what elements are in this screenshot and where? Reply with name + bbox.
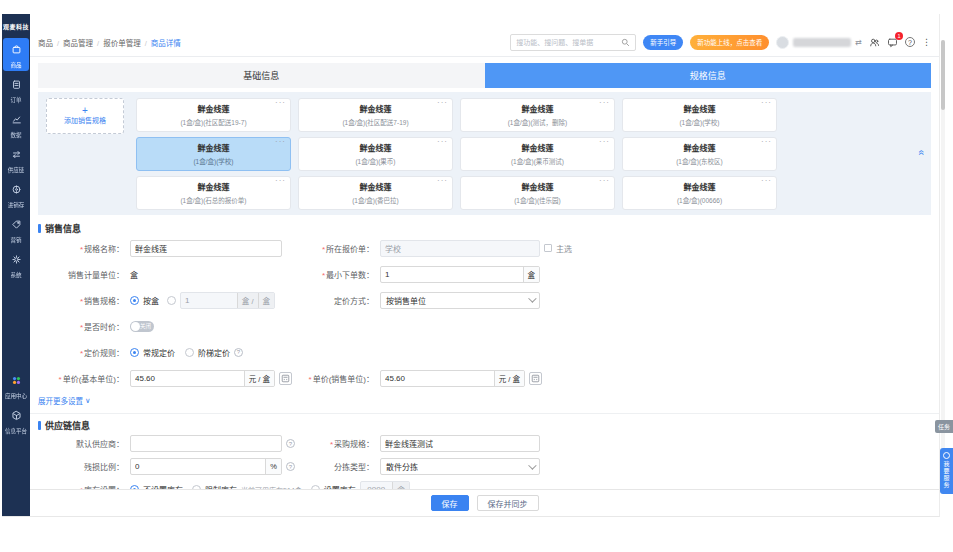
task-floating-tab[interactable]: 任务 bbox=[935, 420, 953, 433]
price-rule-radio-regular[interactable] bbox=[130, 348, 139, 357]
card-more-icon[interactable]: ··· bbox=[437, 138, 448, 146]
card-more-icon[interactable]: ··· bbox=[599, 138, 610, 146]
spec-card[interactable]: ···鲜金线莲(1盒/盒)(佳乐园) bbox=[460, 176, 615, 210]
spec-cards-panel: + 添加销售规格 ···鲜金线莲(1盒/盒)(社区配送19-7) ···鲜金线莲… bbox=[38, 92, 931, 215]
form-row: 规格名称： 所在报价单： 主选 bbox=[30, 235, 939, 261]
base-price-input[interactable] bbox=[131, 371, 244, 386]
loss-ratio-input[interactable] bbox=[131, 459, 265, 474]
topbar: 商品 商品管理 报价单管理 商品详情 新手引导 新功能上线，点击查看 ⇄ bbox=[30, 14, 939, 57]
loss-help-icon[interactable]: ? bbox=[286, 462, 295, 471]
collapse-panel-icon[interactable]: « bbox=[917, 150, 928, 156]
switch-account-icon[interactable]: ⇄ bbox=[855, 38, 862, 47]
card-more-icon[interactable]: ··· bbox=[275, 138, 286, 146]
card-more-icon[interactable]: ··· bbox=[275, 177, 286, 185]
sale-spec-radio-by-box[interactable] bbox=[130, 296, 139, 305]
spec-card[interactable]: ···鲜金线莲(1盒/盒)(香巴拉) bbox=[298, 176, 453, 210]
message-badge: 1 bbox=[895, 32, 903, 40]
user-account[interactable]: ⇄ bbox=[776, 36, 862, 49]
unit-label: 销售计量单位： bbox=[38, 269, 130, 280]
sidebar-item-orders[interactable]: 订单 bbox=[3, 73, 29, 106]
platform-icon bbox=[11, 407, 22, 425]
supplier-input[interactable] bbox=[131, 436, 281, 451]
form-row: 默认供应商： ? 采购规格： bbox=[30, 432, 939, 455]
expand-more-link[interactable]: 展开更多设置 ∨ bbox=[38, 393, 939, 407]
global-search bbox=[510, 34, 636, 51]
avatar[interactable] bbox=[776, 36, 789, 49]
chart-icon bbox=[11, 111, 22, 129]
search-input[interactable] bbox=[516, 39, 621, 46]
sidebar-item-system[interactable]: 系统 bbox=[3, 248, 29, 281]
spec-card[interactable]: ···鲜金线莲(1盒/盒)(社区配送7-19) bbox=[298, 98, 453, 132]
time-price-toggle[interactable]: 关闭 bbox=[130, 321, 154, 332]
sidebar-item-supply-chain[interactable]: 供应链 bbox=[3, 143, 29, 176]
loss-ratio-field: % bbox=[130, 458, 282, 475]
breadcrumb-goods[interactable]: 商品 bbox=[38, 37, 53, 48]
guide-button[interactable]: 新手引导 bbox=[643, 35, 683, 50]
sale-price-input[interactable] bbox=[381, 371, 494, 386]
spec-card[interactable]: ···鲜金线莲(1盒/盒)(东校区) bbox=[622, 137, 777, 171]
purchase-spec-input[interactable] bbox=[381, 436, 539, 451]
sidebar-item-goods[interactable]: 商品 bbox=[3, 38, 29, 71]
tab-spec-info[interactable]: 规格信息 bbox=[485, 63, 932, 88]
spec-card[interactable]: ···鲜金线莲(1盒/盒)(测试，删除) bbox=[460, 98, 615, 132]
breadcrumb-quote-mgmt[interactable]: 报价单管理 bbox=[93, 37, 141, 48]
card-more-icon[interactable]: ··· bbox=[599, 177, 610, 185]
detail-tabs: 基础信息 规格信息 bbox=[38, 63, 931, 88]
calculator-icon[interactable] bbox=[529, 372, 542, 385]
spec-card-selected[interactable]: ···鲜金线莲(1盒/盒)(学校) bbox=[136, 137, 291, 171]
user-name-redacted bbox=[793, 38, 851, 47]
main-select-checkbox[interactable] bbox=[544, 244, 552, 252]
card-more-icon[interactable]: ··· bbox=[761, 138, 772, 146]
footer-bar: 保存 保存并同步 bbox=[30, 489, 939, 516]
sidebar-item-app-center[interactable]: 应用中心 bbox=[3, 369, 29, 402]
save-sync-button[interactable]: 保存并同步 bbox=[477, 495, 539, 511]
form-row: 残损比例： % ? 分拣类型： 散件分拣 bbox=[30, 455, 939, 478]
save-button[interactable]: 保存 bbox=[431, 495, 469, 511]
spec-name-input[interactable] bbox=[131, 241, 281, 256]
min-order-input[interactable] bbox=[381, 267, 523, 282]
calculator-icon[interactable] bbox=[279, 372, 292, 385]
sale-spec-radio-custom[interactable] bbox=[167, 296, 176, 305]
breadcrumb-goods-mgmt[interactable]: 商品管理 bbox=[53, 37, 93, 48]
contacts-icon[interactable] bbox=[869, 37, 880, 48]
sidebar-item-info-platform[interactable]: 信息平台 bbox=[3, 404, 29, 437]
card-more-icon[interactable]: ··· bbox=[437, 177, 448, 185]
sales-section-title: 销售信息 bbox=[30, 221, 931, 235]
help-icon[interactable]: ? bbox=[905, 37, 915, 47]
spec-card[interactable]: ···鲜金线莲(1盒/盒)(社区配送19-7) bbox=[136, 98, 291, 132]
tab-basic-info[interactable]: 基础信息 bbox=[38, 63, 485, 88]
sidebar-item-marketing[interactable]: 营销 bbox=[3, 213, 29, 246]
supplier-help-icon[interactable]: ? bbox=[286, 439, 295, 448]
service-floating-tab[interactable]: 我要服务 bbox=[940, 448, 953, 494]
min-order-label: 最小下单数： bbox=[308, 269, 380, 280]
spec-card[interactable]: ···鲜金线莲(1盒/盒)(果币测试) bbox=[460, 137, 615, 171]
card-more-icon[interactable]: ··· bbox=[599, 99, 610, 107]
headset-icon bbox=[943, 452, 950, 459]
add-spec-button[interactable]: + 添加销售规格 bbox=[46, 98, 124, 134]
card-more-icon[interactable]: ··· bbox=[275, 99, 286, 107]
card-more-icon[interactable]: ··· bbox=[437, 99, 448, 107]
scrollbar-thumb[interactable] bbox=[941, 40, 945, 110]
quote-input bbox=[381, 241, 539, 256]
price-rule-radio-tiered[interactable] bbox=[185, 348, 194, 357]
spec-card[interactable]: ···鲜金线莲(1盒/盒)(果币) bbox=[298, 137, 453, 171]
card-more-icon[interactable]: ··· bbox=[761, 177, 772, 185]
min-order-field: 盒 bbox=[380, 266, 540, 283]
promo-button[interactable]: 新功能上线，点击查看 bbox=[690, 35, 769, 50]
pricing-method-select[interactable]: 按销售单位 bbox=[380, 292, 540, 309]
search-icon bbox=[621, 38, 630, 47]
apps-icon bbox=[11, 372, 22, 390]
more-menu-icon[interactable]: ⋮ bbox=[922, 37, 931, 47]
card-more-icon[interactable]: ··· bbox=[761, 99, 772, 107]
tiered-help-icon[interactable]: ? bbox=[234, 348, 243, 357]
spec-card[interactable]: ···鲜金线莲(1盒/盒)(学校) bbox=[622, 98, 777, 132]
sidebar-item-data[interactable]: 数据 bbox=[3, 108, 29, 141]
form-row: 定价规则： 常规定价 阶梯定价 ? bbox=[30, 339, 939, 365]
sidebar-item-inventory[interactable]: 进销存 bbox=[3, 178, 29, 211]
spec-card[interactable]: ···鲜金线莲(1盒/盒)(石总的报价单) bbox=[136, 176, 291, 210]
sorting-type-select[interactable]: 散件分拣 bbox=[380, 458, 540, 475]
quote-label: 所在报价单： bbox=[308, 243, 380, 254]
sale-spec-custom-input bbox=[181, 293, 237, 308]
spec-card[interactable]: ···鲜金线莲(1盒/盒)(00666) bbox=[622, 176, 777, 210]
messages-icon[interactable]: 1 bbox=[887, 37, 898, 48]
